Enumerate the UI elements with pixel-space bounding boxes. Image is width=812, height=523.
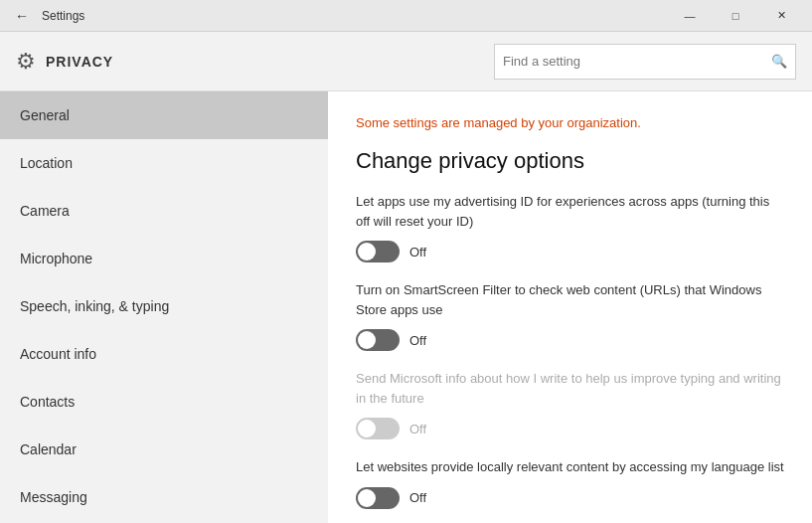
toggle-knob-language-list [358,489,376,507]
sidebar-item-camera[interactable]: Camera [0,187,328,235]
main-layout: GeneralLocationCameraMicrophoneSpeech, i… [0,91,812,523]
setting-desc-language-list: Let websites provide locally relevant co… [356,457,784,477]
search-icon: 🔍 [771,54,787,69]
toggle-label-language-list: Off [409,490,426,505]
toggle-knob-typing-info [358,420,376,437]
toggle-row-ad-id: Off [356,241,784,262]
sidebar-item-microphone[interactable]: Microphone [0,235,328,282]
titlebar-title: Settings [42,9,667,23]
minimize-button[interactable]: — [667,0,713,32]
toggle-row-language-list: Off [356,487,784,509]
sidebar: GeneralLocationCameraMicrophoneSpeech, i… [0,91,328,523]
app-title: PRIVACY [46,54,494,70]
sidebar-item-general[interactable]: General [0,91,328,139]
search-box[interactable]: 🔍 [494,44,796,80]
close-button[interactable]: ✕ [758,0,804,32]
sidebar-item-location[interactable]: Location [0,139,328,187]
content-area: Some settings are managed by your organi… [328,91,812,523]
app-header: ⚙ PRIVACY 🔍 [0,32,812,91]
maximize-button[interactable]: □ [713,0,758,32]
titlebar: ← Settings — □ ✕ [0,0,812,32]
window-controls: — □ ✕ [667,0,804,32]
toggle-label-ad-id: Off [409,245,426,260]
toggle-ad-id[interactable] [356,241,400,262]
toggle-smartscreen[interactable] [356,329,400,351]
toggle-label-typing-info: Off [409,422,426,436]
sidebar-item-messaging[interactable]: Messaging [0,473,328,521]
sidebar-item-account-info[interactable]: Account info [0,330,328,378]
sidebar-item-speech--inking----typing[interactable]: Speech, inking, & typing [0,282,328,330]
gear-icon: ⚙ [16,49,36,75]
toggle-row-typing-info: Off [356,418,784,439]
search-input[interactable] [503,54,761,69]
setting-desc-typing-info: Send Microsoft info about how I write to… [356,369,784,408]
sidebar-item-contacts[interactable]: Contacts [0,378,328,426]
setting-desc-ad-id: Let apps use my advertising ID for exper… [356,192,784,231]
toggle-language-list[interactable] [356,487,400,509]
sidebar-item-calendar[interactable]: Calendar [0,426,328,473]
back-button[interactable]: ← [8,2,36,30]
toggle-typing-info[interactable] [356,418,400,439]
org-notice: Some settings are managed by your organi… [356,115,784,130]
toggle-knob-smartscreen [358,331,376,349]
page-title: Change privacy options [356,148,784,174]
toggle-knob-ad-id [358,243,376,261]
setting-desc-smartscreen: Turn on SmartScreen Filter to check web … [356,280,784,319]
toggle-row-smartscreen: Off [356,329,784,351]
toggle-label-smartscreen: Off [409,333,426,348]
